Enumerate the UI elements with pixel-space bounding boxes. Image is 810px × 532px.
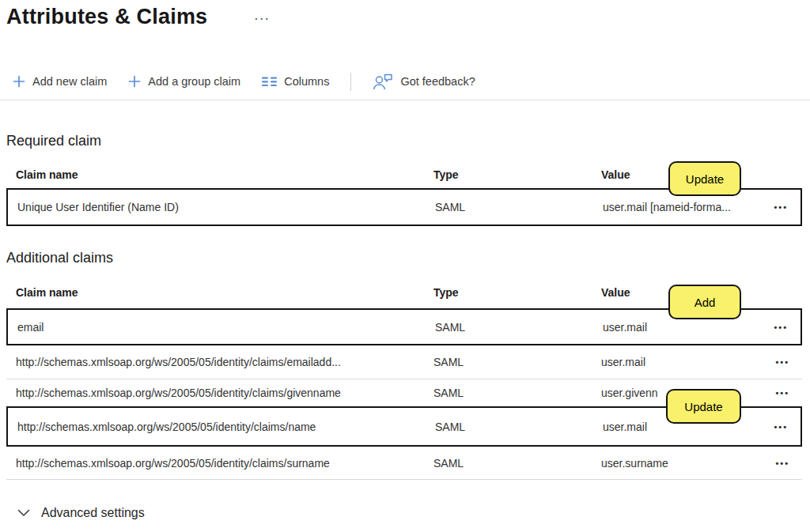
claim-type: SAML — [435, 201, 465, 213]
claim-name: http://schemas.xmlsoap.org/ws/2005/05/id… — [16, 356, 341, 368]
row-context-menu-icon[interactable]: ••• — [774, 387, 791, 399]
column-header-claim-name: Claim name — [16, 168, 78, 181]
claim-value: user.givenn — [601, 387, 658, 399]
claim-type: SAML — [435, 321, 465, 334]
more-options-icon[interactable]: ··· — [252, 11, 274, 27]
add-group-claim-label: Add a group claim — [148, 75, 240, 88]
toolbar-separator — [0, 100, 810, 100]
claim-value: user.mail — [603, 321, 647, 334]
attributes-claims-page: Attributes & Claims ··· Add new claim Ad… — [0, 0, 810, 532]
row-context-menu-icon[interactable]: ••• — [772, 201, 789, 213]
claim-name: http://schemas.xmlsoap.org/ws/2005/05/id… — [16, 387, 341, 399]
toolbar: Add new claim Add a group claim Columns — [13, 69, 475, 94]
column-header-claim-name: Claim name — [16, 286, 78, 299]
claim-type: SAML — [433, 387, 464, 399]
advanced-settings-expander[interactable]: Advanced settings — [17, 506, 145, 520]
advanced-settings-label: Advanced settings — [41, 506, 145, 520]
claim-type: SAML — [435, 421, 465, 433]
claim-value: user.surname — [601, 457, 668, 470]
claim-value: user.mail [nameid-forma... — [603, 201, 731, 213]
feedback-icon — [373, 74, 393, 90]
columns-label: Columns — [284, 75, 329, 88]
annotation-callout-add: Add — [668, 285, 741, 319]
claim-value: user.mail — [601, 356, 645, 368]
add-new-claim-button[interactable]: Add new claim — [13, 75, 107, 88]
claim-name: http://schemas.xmlsoap.org/ws/2005/05/id… — [16, 457, 330, 470]
claim-value: user.mail — [603, 421, 647, 433]
claim-name: email — [17, 321, 44, 334]
plus-icon — [128, 75, 141, 88]
add-group-claim-button[interactable]: Add a group claim — [128, 75, 240, 88]
required-claim-heading: Required claim — [6, 133, 101, 149]
claim-name: Unique User Identifier (Name ID) — [17, 201, 179, 213]
row-context-menu-icon[interactable]: ••• — [774, 356, 791, 368]
chevron-down-icon — [17, 509, 30, 517]
table-row-emailaddress[interactable]: http://schemas.xmlsoap.org/ws/2005/05/id… — [6, 345, 802, 379]
column-header-type: Type — [433, 286, 459, 299]
column-header-value: Value — [601, 168, 630, 181]
columns-icon — [262, 77, 277, 87]
column-header-value: Value — [601, 286, 630, 299]
got-feedback-label: Got feedback? — [400, 75, 475, 88]
claim-type: SAML — [433, 457, 464, 470]
toolbar-divider — [350, 73, 351, 91]
row-context-menu-icon[interactable]: ••• — [772, 321, 789, 334]
columns-button[interactable]: Columns — [262, 75, 329, 88]
column-header-type: Type — [433, 168, 459, 181]
row-context-menu-icon[interactable]: ••• — [774, 457, 791, 470]
annotation-callout-update-required: Update — [668, 161, 741, 196]
plus-icon — [13, 75, 25, 88]
annotation-callout-update-name: Update — [666, 389, 741, 424]
additional-claims-heading: Additional claims — [6, 250, 113, 266]
add-new-claim-label: Add new claim — [32, 75, 107, 88]
got-feedback-button[interactable]: Got feedback? — [373, 74, 475, 90]
row-context-menu-icon[interactable]: ••• — [772, 421, 789, 433]
claim-type: SAML — [433, 356, 464, 368]
claim-name: http://schemas.xmlsoap.org/ws/2005/05/id… — [17, 421, 316, 433]
table-row-surname[interactable]: http://schemas.xmlsoap.org/ws/2005/05/id… — [6, 447, 802, 480]
page-title: Attributes & Claims — [6, 5, 207, 29]
